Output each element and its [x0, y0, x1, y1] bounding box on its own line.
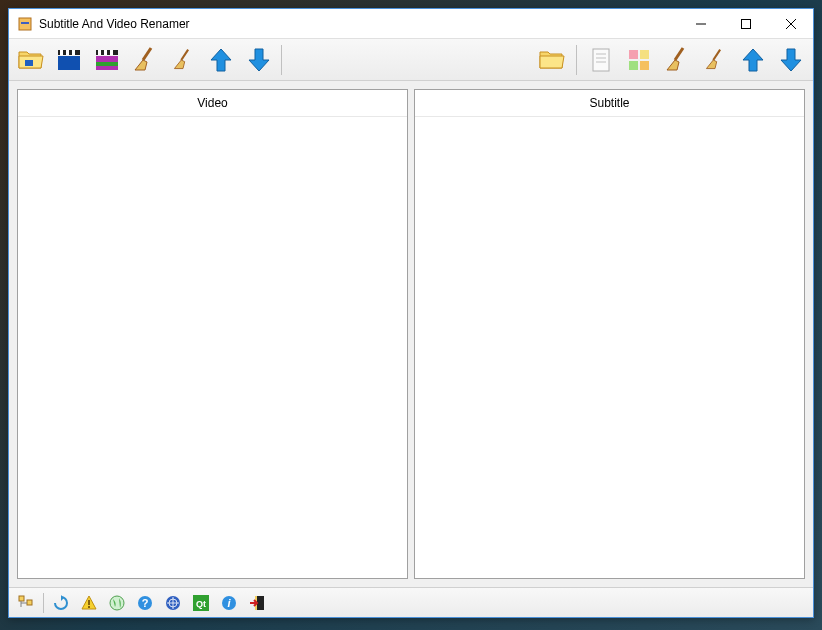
svg-rect-3	[741, 19, 750, 28]
folder-icon	[17, 46, 45, 74]
close-button[interactable]	[768, 9, 813, 38]
svg-rect-27	[640, 61, 649, 70]
document-icon	[587, 46, 615, 74]
broom-small-icon	[703, 48, 727, 72]
globe-icon	[109, 595, 125, 611]
subtitle-formats-button[interactable]	[621, 42, 657, 78]
move-subtitle-down-button[interactable]	[773, 42, 809, 78]
warning-button[interactable]	[78, 592, 100, 614]
about-button[interactable]: i	[218, 592, 240, 614]
video-panel: Video	[17, 89, 408, 579]
clear-selected-subtitle-button[interactable]	[697, 42, 733, 78]
move-video-up-button[interactable]	[203, 42, 239, 78]
svg-rect-15	[98, 50, 101, 55]
refresh-icon	[53, 595, 69, 611]
exit-button[interactable]	[246, 592, 268, 614]
svg-rect-31	[27, 600, 32, 605]
svg-rect-24	[629, 50, 638, 59]
main-toolbar	[9, 39, 813, 81]
statusbar-divider	[43, 593, 44, 613]
app-window: Subtitle And Video Renamer	[8, 8, 814, 618]
svg-point-36	[110, 596, 124, 610]
broom-icon	[131, 46, 159, 74]
toolbar-divider	[576, 45, 577, 75]
svg-rect-17	[110, 50, 113, 55]
broom-icon	[663, 46, 691, 74]
open-subtitle-folder-button[interactable]	[534, 42, 570, 78]
add-subtitle-button[interactable]	[583, 42, 619, 78]
svg-rect-30	[19, 596, 24, 601]
svg-line-29	[713, 49, 720, 59]
svg-rect-25	[640, 50, 649, 59]
help-button[interactable]: ?	[134, 592, 156, 614]
tree-icon	[18, 595, 34, 611]
arrow-up-icon	[207, 46, 235, 74]
video-list[interactable]	[18, 117, 407, 578]
svg-rect-1	[21, 22, 29, 24]
clapper-color-icon	[93, 46, 121, 74]
svg-rect-11	[72, 50, 75, 55]
clear-video-button[interactable]	[127, 42, 163, 78]
refresh-button[interactable]	[50, 592, 72, 614]
arrow-down-icon	[777, 46, 805, 74]
warning-icon	[81, 595, 97, 611]
svg-rect-10	[66, 50, 69, 55]
color-grid-icon	[625, 46, 653, 74]
arrow-down-icon	[245, 46, 273, 74]
svg-line-28	[675, 48, 683, 60]
svg-rect-9	[60, 50, 63, 55]
clear-selected-video-button[interactable]	[165, 42, 201, 78]
minimize-button[interactable]	[678, 9, 723, 38]
exit-icon	[249, 595, 265, 611]
toolbar-divider	[281, 45, 282, 75]
subtitle-panel: Subtitle	[414, 89, 805, 579]
svg-text:Qt: Qt	[196, 599, 206, 609]
subtitle-toolbar-group	[534, 42, 809, 78]
move-subtitle-up-button[interactable]	[735, 42, 771, 78]
svg-rect-6	[25, 60, 33, 66]
maximize-button[interactable]	[723, 9, 768, 38]
add-video-color-button[interactable]	[89, 42, 125, 78]
window-controls	[678, 9, 813, 38]
subtitle-panel-header: Subtitle	[415, 90, 804, 117]
clear-subtitle-button[interactable]	[659, 42, 695, 78]
titlebar: Subtitle And Video Renamer	[9, 9, 813, 39]
tree-view-button[interactable]	[15, 592, 37, 614]
folder-icon	[538, 46, 566, 74]
svg-rect-20	[593, 49, 609, 71]
svg-rect-16	[104, 50, 107, 55]
open-video-folder-button[interactable]	[13, 42, 49, 78]
svg-point-35	[88, 606, 90, 608]
svg-rect-26	[629, 61, 638, 70]
add-video-button[interactable]	[51, 42, 87, 78]
video-toolbar-group	[13, 42, 277, 78]
svg-line-19	[181, 49, 188, 59]
content-area: Video Subtitle	[9, 81, 813, 587]
svg-rect-7	[58, 56, 80, 70]
web-button[interactable]	[106, 592, 128, 614]
info-icon: i	[221, 595, 237, 611]
help-icon: ?	[137, 595, 153, 611]
about-qt-button[interactable]: Qt	[190, 592, 212, 614]
svg-rect-13	[96, 62, 118, 66]
un-globe-icon	[165, 595, 181, 611]
window-title: Subtitle And Video Renamer	[39, 17, 678, 31]
subtitle-list[interactable]	[415, 117, 804, 578]
arrow-up-icon	[739, 46, 767, 74]
app-icon	[17, 16, 33, 32]
language-button[interactable]	[162, 592, 184, 614]
svg-text:?: ?	[142, 597, 149, 609]
broom-small-icon	[171, 48, 195, 72]
svg-line-18	[143, 48, 151, 60]
clapper-blue-icon	[55, 46, 83, 74]
qt-icon: Qt	[193, 595, 209, 611]
statusbar: ? Qt i	[9, 587, 813, 617]
video-panel-header: Video	[18, 90, 407, 117]
move-video-down-button[interactable]	[241, 42, 277, 78]
